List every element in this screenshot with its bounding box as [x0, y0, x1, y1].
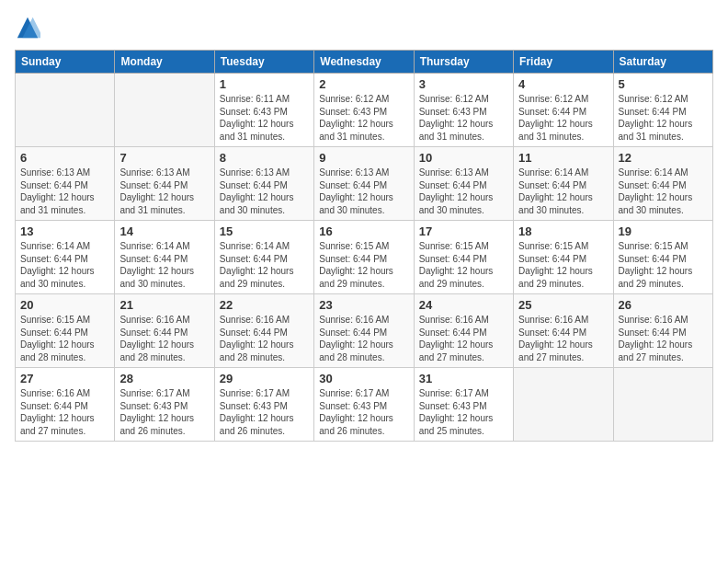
day-info: Sunrise: 6:14 AM Sunset: 6:44 PM Dayligh… [220, 240, 309, 290]
day-info: Sunrise: 6:12 AM Sunset: 6:44 PM Dayligh… [518, 93, 608, 143]
day-cell: 27Sunrise: 6:16 AM Sunset: 6:44 PM Dayli… [16, 368, 115, 442]
page-header [15, 15, 713, 40]
day-info: Sunrise: 6:14 AM Sunset: 6:44 PM Dayligh… [619, 167, 708, 216]
day-number: 24 [419, 298, 508, 312]
day-number: 19 [619, 224, 708, 238]
day-number: 29 [220, 372, 309, 385]
day-cell: 23Sunrise: 6:16 AM Sunset: 6:44 PM Dayli… [314, 294, 414, 368]
day-info: Sunrise: 6:16 AM Sunset: 6:44 PM Dayligh… [619, 314, 708, 363]
day-number: 26 [619, 298, 708, 312]
day-info: Sunrise: 6:13 AM Sunset: 6:44 PM Dayligh… [20, 167, 109, 216]
day-number: 15 [220, 224, 309, 238]
day-info: Sunrise: 6:13 AM Sunset: 6:44 PM Dayligh… [220, 167, 309, 216]
day-number: 14 [119, 224, 209, 238]
day-cell: 8Sunrise: 6:13 AM Sunset: 6:44 PM Daylig… [214, 147, 313, 221]
day-number: 25 [518, 298, 608, 312]
day-number: 23 [319, 298, 408, 312]
day-cell: 20Sunrise: 6:15 AM Sunset: 6:44 PM Dayli… [16, 294, 115, 368]
day-info: Sunrise: 6:14 AM Sunset: 6:44 PM Dayligh… [20, 240, 109, 290]
weekday-header-wednesday: Wednesday [314, 51, 414, 74]
logo [15, 15, 44, 40]
day-info: Sunrise: 6:17 AM Sunset: 6:43 PM Dayligh… [119, 387, 209, 437]
weekday-header-tuesday: Tuesday [214, 51, 313, 74]
day-cell: 16Sunrise: 6:15 AM Sunset: 6:44 PM Dayli… [314, 221, 414, 294]
week-row-5: 27Sunrise: 6:16 AM Sunset: 6:44 PM Dayli… [16, 368, 713, 442]
day-info: Sunrise: 6:17 AM Sunset: 6:43 PM Dayligh… [319, 387, 408, 437]
logo-icon [15, 15, 40, 40]
day-cell: 6Sunrise: 6:13 AM Sunset: 6:44 PM Daylig… [16, 147, 115, 221]
day-cell: 5Sunrise: 6:12 AM Sunset: 6:44 PM Daylig… [613, 74, 712, 147]
day-cell: 1Sunrise: 6:11 AM Sunset: 6:43 PM Daylig… [214, 74, 313, 147]
day-cell: 13Sunrise: 6:14 AM Sunset: 6:44 PM Dayli… [16, 221, 115, 294]
day-number: 10 [419, 151, 508, 165]
day-cell: 9Sunrise: 6:13 AM Sunset: 6:44 PM Daylig… [314, 147, 414, 221]
day-number: 13 [20, 224, 109, 238]
day-cell: 24Sunrise: 6:16 AM Sunset: 6:44 PM Dayli… [414, 294, 513, 368]
day-number: 16 [319, 224, 408, 238]
day-cell [514, 368, 613, 442]
day-cell: 3Sunrise: 6:12 AM Sunset: 6:43 PM Daylig… [414, 74, 513, 147]
day-info: Sunrise: 6:16 AM Sunset: 6:44 PM Dayligh… [220, 314, 309, 363]
day-info: Sunrise: 6:13 AM Sunset: 6:44 PM Dayligh… [319, 167, 408, 216]
day-cell [115, 74, 214, 147]
day-number: 27 [20, 372, 109, 385]
day-cell: 2Sunrise: 6:12 AM Sunset: 6:43 PM Daylig… [314, 74, 414, 147]
day-info: Sunrise: 6:15 AM Sunset: 6:44 PM Dayligh… [20, 314, 109, 363]
week-row-2: 6Sunrise: 6:13 AM Sunset: 6:44 PM Daylig… [16, 147, 713, 221]
day-info: Sunrise: 6:17 AM Sunset: 6:43 PM Dayligh… [419, 387, 508, 437]
day-cell: 22Sunrise: 6:16 AM Sunset: 6:44 PM Dayli… [214, 294, 313, 368]
day-number: 21 [119, 298, 209, 312]
day-info: Sunrise: 6:14 AM Sunset: 6:44 PM Dayligh… [518, 167, 608, 216]
day-info: Sunrise: 6:15 AM Sunset: 6:44 PM Dayligh… [518, 240, 608, 290]
day-cell [613, 368, 712, 442]
day-number: 28 [119, 372, 209, 385]
day-number: 12 [619, 151, 708, 165]
day-info: Sunrise: 6:12 AM Sunset: 6:44 PM Dayligh… [619, 93, 708, 143]
day-cell: 14Sunrise: 6:14 AM Sunset: 6:44 PM Dayli… [115, 221, 214, 294]
day-number: 17 [419, 224, 508, 238]
day-cell: 7Sunrise: 6:13 AM Sunset: 6:44 PM Daylig… [115, 147, 214, 221]
day-cell: 25Sunrise: 6:16 AM Sunset: 6:44 PM Dayli… [514, 294, 613, 368]
weekday-header-row: SundayMondayTuesdayWednesdayThursdayFrid… [16, 51, 713, 74]
day-number: 20 [20, 298, 109, 312]
day-cell: 29Sunrise: 6:17 AM Sunset: 6:43 PM Dayli… [214, 368, 313, 442]
day-number: 5 [619, 77, 708, 91]
day-info: Sunrise: 6:17 AM Sunset: 6:43 PM Dayligh… [220, 387, 309, 437]
day-cell: 11Sunrise: 6:14 AM Sunset: 6:44 PM Dayli… [514, 147, 613, 221]
day-number: 31 [419, 372, 508, 385]
day-cell: 4Sunrise: 6:12 AM Sunset: 6:44 PM Daylig… [514, 74, 613, 147]
day-cell: 12Sunrise: 6:14 AM Sunset: 6:44 PM Dayli… [613, 147, 712, 221]
day-cell: 19Sunrise: 6:15 AM Sunset: 6:44 PM Dayli… [613, 221, 712, 294]
day-number: 18 [518, 224, 608, 238]
day-info: Sunrise: 6:13 AM Sunset: 6:44 PM Dayligh… [119, 167, 209, 216]
day-info: Sunrise: 6:15 AM Sunset: 6:44 PM Dayligh… [419, 240, 508, 290]
day-number: 7 [119, 151, 209, 165]
day-info: Sunrise: 6:12 AM Sunset: 6:43 PM Dayligh… [319, 93, 408, 143]
weekday-header-friday: Friday [514, 51, 613, 74]
calendar: SundayMondayTuesdayWednesdayThursdayFrid… [15, 50, 713, 442]
day-number: 2 [319, 77, 408, 91]
day-number: 11 [518, 151, 608, 165]
day-cell: 15Sunrise: 6:14 AM Sunset: 6:44 PM Dayli… [214, 221, 313, 294]
day-cell [16, 74, 115, 147]
weekday-header-monday: Monday [115, 51, 214, 74]
day-number: 1 [220, 77, 309, 91]
day-number: 6 [20, 151, 109, 165]
day-info: Sunrise: 6:11 AM Sunset: 6:43 PM Dayligh… [220, 93, 309, 143]
day-cell: 26Sunrise: 6:16 AM Sunset: 6:44 PM Dayli… [613, 294, 712, 368]
day-cell: 28Sunrise: 6:17 AM Sunset: 6:43 PM Dayli… [115, 368, 214, 442]
day-cell: 10Sunrise: 6:13 AM Sunset: 6:44 PM Dayli… [414, 147, 513, 221]
weekday-header-sunday: Sunday [16, 51, 115, 74]
day-info: Sunrise: 6:12 AM Sunset: 6:43 PM Dayligh… [419, 93, 508, 143]
day-info: Sunrise: 6:16 AM Sunset: 6:44 PM Dayligh… [20, 387, 109, 437]
week-row-1: 1Sunrise: 6:11 AM Sunset: 6:43 PM Daylig… [16, 74, 713, 147]
day-info: Sunrise: 6:14 AM Sunset: 6:44 PM Dayligh… [119, 240, 209, 290]
day-cell: 21Sunrise: 6:16 AM Sunset: 6:44 PM Dayli… [115, 294, 214, 368]
week-row-4: 20Sunrise: 6:15 AM Sunset: 6:44 PM Dayli… [16, 294, 713, 368]
weekday-header-thursday: Thursday [414, 51, 513, 74]
day-number: 8 [220, 151, 309, 165]
day-info: Sunrise: 6:16 AM Sunset: 6:44 PM Dayligh… [119, 314, 209, 363]
day-cell: 31Sunrise: 6:17 AM Sunset: 6:43 PM Dayli… [414, 368, 513, 442]
weekday-header-saturday: Saturday [613, 51, 712, 74]
day-cell: 30Sunrise: 6:17 AM Sunset: 6:43 PM Dayli… [314, 368, 414, 442]
